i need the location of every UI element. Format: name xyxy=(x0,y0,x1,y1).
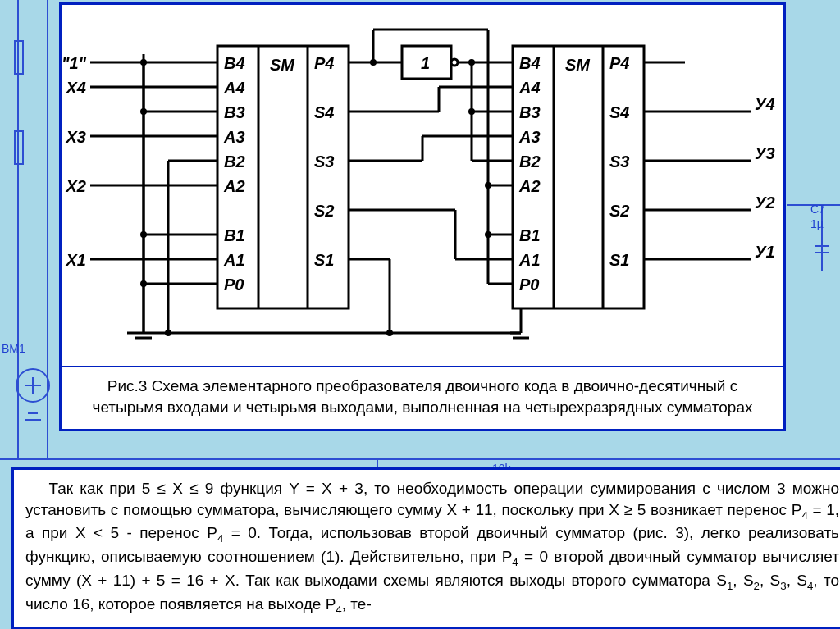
input-x2: X2 xyxy=(66,177,86,195)
output-y4: У4 xyxy=(755,95,775,113)
input-x4: X4 xyxy=(66,79,86,97)
svg-text:A1: A1 xyxy=(518,251,541,269)
schematic-diagram: B4 A4 B3 A3 B2 A2 B1 A1 P0 SM P4 S4 S3 S… xyxy=(62,5,783,366)
svg-text:S3: S3 xyxy=(609,153,629,171)
input-x3: X3 xyxy=(66,128,86,146)
svg-text:1: 1 xyxy=(421,54,430,72)
output-y1: У1 xyxy=(755,243,775,261)
svg-point-68 xyxy=(140,59,147,66)
svg-text:S2: S2 xyxy=(609,202,629,220)
svg-text:A4: A4 xyxy=(518,79,541,97)
bg-label-c7val: 1µ xyxy=(810,217,824,230)
svg-point-77 xyxy=(485,231,491,238)
svg-text:A3: A3 xyxy=(518,128,541,146)
svg-text:A2: A2 xyxy=(518,177,541,195)
svg-point-76 xyxy=(485,182,491,189)
svg-text:B4: B4 xyxy=(224,54,245,72)
svg-text:P0: P0 xyxy=(519,276,539,294)
bg-label-bm1: BM1 xyxy=(2,342,25,355)
svg-point-73 xyxy=(370,59,377,66)
svg-point-70 xyxy=(140,231,147,238)
svg-text:P4: P4 xyxy=(609,54,629,72)
figure-caption: Рис.3 Схема элементарного преобразовател… xyxy=(62,366,783,429)
svg-text:S4: S4 xyxy=(314,103,334,121)
svg-point-78 xyxy=(386,330,393,336)
svg-point-72 xyxy=(165,330,171,336)
explanation-paragraph: Так как при 5 ≤ X ≤ 9 функция Y = X + 3,… xyxy=(25,478,839,617)
svg-text:P4: P4 xyxy=(314,54,334,72)
svg-point-23 xyxy=(451,59,458,66)
output-y3: У3 xyxy=(755,144,775,162)
svg-text:A1: A1 xyxy=(223,251,245,269)
svg-text:B3: B3 xyxy=(224,103,245,121)
svg-text:B1: B1 xyxy=(519,226,541,244)
svg-text:SM: SM xyxy=(270,56,295,74)
svg-text:S2: S2 xyxy=(314,202,334,220)
svg-text:B2: B2 xyxy=(519,153,541,171)
output-y2: У2 xyxy=(755,194,775,212)
input-x1: X1 xyxy=(66,251,86,269)
input-const1: "1" xyxy=(62,54,87,72)
svg-point-71 xyxy=(140,280,147,287)
svg-text:S1: S1 xyxy=(609,251,629,269)
svg-text:P0: P0 xyxy=(224,276,244,294)
svg-point-69 xyxy=(140,108,147,115)
svg-text:B4: B4 xyxy=(519,54,541,72)
bg-label-c7: C7 xyxy=(810,203,825,216)
svg-text:A4: A4 xyxy=(223,79,245,97)
svg-text:S1: S1 xyxy=(314,251,334,269)
svg-text:SM: SM xyxy=(565,56,591,74)
svg-text:B1: B1 xyxy=(224,226,245,244)
explanation-text: Так как при 5 ≤ X ≤ 9 функция Y = X + 3,… xyxy=(11,467,840,629)
svg-text:B3: B3 xyxy=(519,103,541,121)
svg-text:A2: A2 xyxy=(223,177,245,195)
svg-text:B2: B2 xyxy=(224,153,245,171)
figure-frame: B4 A4 B3 A3 B2 A2 B1 A1 P0 SM P4 S4 S3 S… xyxy=(59,2,786,431)
svg-point-75 xyxy=(468,108,475,115)
svg-text:A3: A3 xyxy=(223,128,245,146)
svg-text:S4: S4 xyxy=(609,103,629,121)
svg-point-74 xyxy=(468,59,475,66)
svg-text:S3: S3 xyxy=(314,153,334,171)
